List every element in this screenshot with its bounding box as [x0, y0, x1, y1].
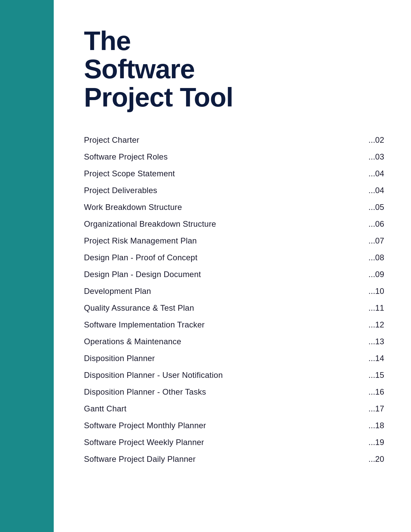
toc-item: Software Implementation Tracker...12 [84, 316, 384, 333]
toc-item: Disposition Planner - Other Tasks...16 [84, 384, 384, 400]
toc-item-label: Software Project Daily Planner [84, 454, 196, 464]
toc-item-label: Disposition Planner - User Notification [84, 370, 223, 380]
toc-item-label: Project Scope Statement [84, 169, 175, 178]
toc-item: Software Project Roles...03 [84, 148, 384, 165]
toc-item-label: Project Risk Management Plan [84, 236, 197, 246]
toc-item-page: ...06 [364, 219, 384, 229]
toc-item: Project Risk Management Plan...07 [84, 232, 384, 249]
toc-item-label: Disposition Planner [84, 354, 155, 363]
toc-item: Disposition Planner - User Notification.… [84, 367, 384, 384]
toc-item: Design Plan - Design Document...09 [84, 266, 384, 283]
toc-item-page: ...09 [364, 270, 384, 279]
toc-item-page: ...20 [364, 454, 384, 464]
toc-item: Disposition Planner...14 [84, 350, 384, 367]
toc-item-page: ...04 [364, 186, 384, 195]
toc-item: Software Project Daily Planner...20 [84, 451, 384, 468]
toc-item-page: ...11 [364, 303, 384, 313]
toc-item-label: Software Project Weekly Planner [84, 438, 204, 447]
toc-item-page: ...13 [364, 337, 384, 346]
toc-item-page: ...15 [364, 370, 384, 380]
toc-item-label: Project Deliverables [84, 186, 157, 195]
toc-item-label: Design Plan - Proof of Concept [84, 253, 197, 262]
toc-item-label: Quality Assurance & Test Plan [84, 303, 194, 313]
toc-item: Project Scope Statement...04 [84, 165, 384, 182]
toc-item-page: ...05 [364, 203, 384, 212]
toc-item: Operations & Maintenance...13 [84, 333, 384, 350]
toc-item: Development Plan...10 [84, 283, 384, 300]
toc-item-page: ...02 [364, 135, 384, 145]
toc-item-label: Software Project Roles [84, 152, 168, 162]
toc-item-page: ...16 [364, 387, 384, 397]
sidebar-decoration [0, 0, 54, 532]
toc-item: Project Charter...02 [84, 132, 384, 148]
toc-item: Gantt Chart...17 [84, 400, 384, 417]
toc-item-page: ...08 [364, 253, 384, 262]
toc-item-page: ...18 [364, 421, 384, 430]
toc-item-label: Operations & Maintenance [84, 337, 181, 346]
toc-item-page: ...14 [364, 354, 384, 363]
toc-item-page: ...04 [364, 169, 384, 178]
toc-item-label: Project Charter [84, 135, 139, 145]
toc-item-label: Work Breakdown Structure [84, 203, 182, 212]
toc-item: Quality Assurance & Test Plan...11 [84, 300, 384, 316]
toc-item: Organizational Breakdown Structure...06 [84, 216, 384, 232]
toc-item-label: Design Plan - Design Document [84, 270, 201, 279]
page: The Software Project Tool Project Charte… [0, 0, 411, 532]
toc-item-page: ...03 [364, 152, 384, 162]
toc-item-label: Disposition Planner - Other Tasks [84, 387, 206, 397]
table-of-contents: Project Charter...02Software Project Rol… [84, 132, 384, 468]
toc-item-label: Organizational Breakdown Structure [84, 219, 216, 229]
toc-item-page: ...10 [364, 286, 384, 296]
main-content: The Software Project Tool Project Charte… [54, 0, 411, 532]
toc-item: Project Deliverables...04 [84, 182, 384, 199]
toc-item: Design Plan - Proof of Concept...08 [84, 249, 384, 266]
toc-item-page: ...17 [364, 404, 384, 413]
toc-item-label: Development Plan [84, 286, 151, 296]
toc-item-label: Software Project Monthly Planner [84, 421, 206, 430]
toc-item-page: ...12 [364, 320, 384, 329]
toc-item-label: Gantt Chart [84, 404, 127, 413]
main-title: The Software Project Tool [84, 27, 384, 112]
toc-item: Work Breakdown Structure...05 [84, 199, 384, 216]
toc-item: Software Project Monthly Planner...18 [84, 417, 384, 434]
toc-item: Software Project Weekly Planner...19 [84, 434, 384, 451]
toc-item-label: Software Implementation Tracker [84, 320, 205, 329]
toc-item-page: ...07 [364, 236, 384, 246]
title-block: The Software Project Tool [84, 27, 384, 112]
toc-item-page: ...19 [364, 438, 384, 447]
